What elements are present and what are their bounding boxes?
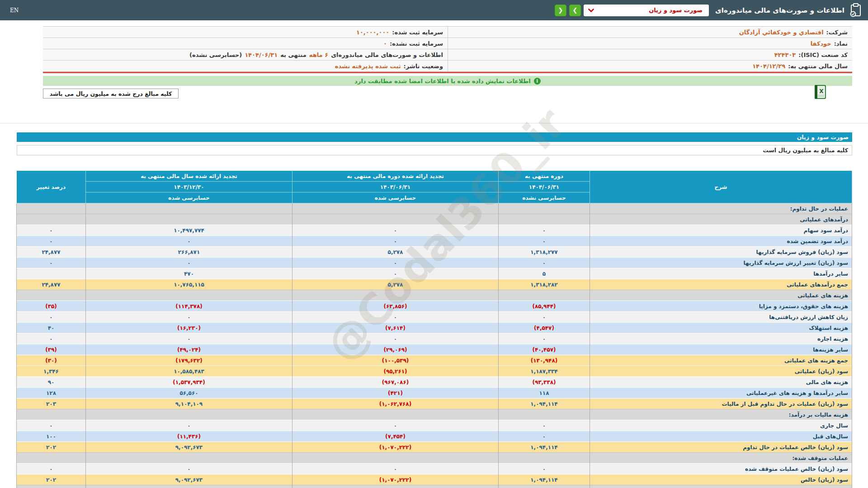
row-label: سود (زیان) تغییر ارزش سرمایه گذاریها (590, 258, 852, 268)
row-label: هزینه های حقوق، دستمزد و مزایا (590, 301, 852, 312)
row-label: درآمد سود تضمین شده (590, 236, 852, 247)
info-label: منتهی به (280, 52, 307, 58)
info-value: ۱۴۰۴/۰۶/۳۱ (245, 52, 278, 58)
chevron-down-icon (588, 6, 594, 14)
cell-value: ۰ (292, 268, 499, 279)
table-header: شرح دوره منتهی به تجدید ارائه شده دوره م… (17, 171, 852, 203)
cell-value: ۲۰۲ (17, 474, 86, 485)
cell-value (499, 214, 590, 225)
row-label: جمع درآمدهای عملیاتی (590, 279, 852, 290)
row-label: زیان کاهش ارزش دریافتنی‌ها (590, 312, 852, 323)
cell-value: ۰ (499, 225, 590, 236)
cell-value: ۱,۰۹۴,۱۱۴ (499, 442, 590, 453)
header-restated-period-title: تجدید ارائه شده دوره مالی منتهی به (292, 171, 499, 182)
header-restated-period-date: ۱۴۰۳/۰۶/۳۱ (292, 182, 499, 192)
cell-value (499, 203, 590, 214)
excel-export-icon[interactable]: X (814, 84, 827, 100)
cell-value: ۲۴,۸۷۷ (17, 279, 86, 290)
table-row: سایر درآمدها و هزینه های غیرعملیاتی۱۱۸(۴… (17, 388, 852, 399)
cell-value: (۱۰۰,۵۳۹) (292, 355, 499, 366)
header-desc: شرح (590, 171, 852, 203)
company-info-cell: سرمایه ثبت نشده:۰ (43, 38, 448, 49)
cell-value: (۲۹,۰۶۹) (292, 344, 499, 355)
company-info-cell: سرمایه ثبت شده:۱۰,۰۰۰,۰۰۰ (43, 27, 448, 38)
cell-value: ۰ (499, 258, 590, 268)
cell-value: (۴۲۱) (292, 388, 499, 399)
cell-value: (۷,۶۱۴) (292, 323, 499, 333)
cell-value: ۰ (292, 236, 499, 247)
info-value: ۱۰,۰۰۰,۰۰۰ (356, 29, 389, 36)
row-label: سایر هزینه‌ها (590, 344, 852, 355)
table-row: درآمد سود سهام۰۰۱۰,۴۹۷,۷۷۴۰ (17, 225, 852, 236)
cell-value: (۳۰) (17, 355, 86, 366)
cell-value: ۰ (17, 225, 86, 236)
header-pct: درصد تغییر (17, 171, 86, 203)
cell-value: (۱,۰۷۰,۲۲۲) (292, 474, 499, 485)
cell-value: ۱,۳۱۸,۲۷۷ (499, 247, 590, 258)
table-row: سود (زیان) خالص عملیات متوقف شده۰۰۰۰ (17, 464, 852, 474)
statement-dropdown[interactable]: صورت سود و زیان (584, 5, 709, 16)
nav-prev-button[interactable]: ❮ (555, 5, 566, 16)
row-label: جمع هزینه های عملیاتی (590, 355, 852, 366)
table-row: سود (زیان) خالص۱,۰۹۴,۱۱۴(۱,۰۷۰,۲۲۲)۹,۰۹۲… (17, 474, 852, 485)
cell-value (17, 485, 86, 488)
cell-value: ۹,۱۰۴,۱۰۹ (86, 399, 292, 409)
cell-value: ۰ (17, 312, 86, 323)
cell-value (17, 268, 86, 279)
info-value: اقتصادي و خودکفائي آزادگان (739, 29, 824, 36)
section-row: عملیات در حال تداوم: (17, 203, 852, 214)
cell-value: ۰ (86, 258, 292, 268)
section-divider (0, 123, 868, 123)
cell-value: ۱۰,۷۶۵,۱۱۵ (86, 279, 292, 290)
cell-value (86, 409, 292, 420)
cell-value: ۰ (17, 333, 86, 344)
table-row: هزینه اجاره۰۰۰۰ (17, 333, 852, 344)
table-row: جمع درآمدهای عملیاتی۱,۳۱۸,۲۸۲۵,۲۷۸۱۰,۷۶۵… (17, 279, 852, 290)
cell-value: (۴,۵۴۷) (499, 323, 590, 333)
row-label: هزینه های عملیاتی (590, 290, 852, 301)
cell-value: ۰ (86, 333, 292, 344)
header-current-date: ۱۴۰۴/۰۶/۳۱ (499, 182, 590, 192)
table-row: هزینه استهلاک(۴,۵۴۷)(۷,۶۱۴)(۱۶,۲۳۰)۴۰ (17, 323, 852, 333)
cell-value (17, 203, 86, 214)
table-row: جمع هزینه های عملیاتی(۱۳۰,۹۴۸)(۱۰۰,۵۳۹)(… (17, 355, 852, 366)
cell-value: ۱,۳۴۶ (17, 366, 86, 377)
cell-value (86, 453, 292, 464)
cell-value: ۲۴,۸۷۷ (17, 247, 86, 258)
row-label: عملیات در حال تداوم: (590, 203, 852, 214)
cell-value: ۰ (17, 420, 86, 431)
cell-value: ۰ (499, 464, 590, 474)
cell-value: ۹۰ (17, 377, 86, 388)
cell-value: ۰ (292, 464, 499, 474)
row-label: هزینه اجاره (590, 333, 852, 344)
income-statement-table: شرح دوره منتهی به تجدید ارائه شده دوره م… (16, 170, 852, 488)
section-row: سود (زیان) پایه هر سهم (17, 485, 852, 488)
cell-value: ۰ (86, 236, 292, 247)
cell-value: ۰ (499, 420, 590, 431)
cell-value: (۹۶۷,۰۸۶) (292, 377, 499, 388)
company-info-cell: نماد:خودکفا (448, 38, 852, 49)
cell-value (17, 214, 86, 225)
cell-value: ۱۰,۴۹۷,۷۷۴ (86, 225, 292, 236)
cell-value (86, 203, 292, 214)
nav-next-button[interactable]: ❯ (569, 5, 581, 16)
cell-value (292, 290, 499, 301)
cell-value: (۱,۰۶۲,۷۶۸) (292, 399, 499, 409)
cell-value: ۱۲۸ (17, 388, 86, 399)
row-label: سود (زیان) خالص عملیات در حال تداوم (590, 442, 852, 453)
cell-value: (۱۳۰,۹۴۸) (499, 355, 590, 366)
cell-value (86, 290, 292, 301)
cell-value: ۲۰۳ (17, 399, 86, 409)
company-info-cell: شرکت:اقتصادي و خودکفائي آزادگان (448, 27, 852, 38)
table-row: سود (زیان) عملیات در حال تداوم قبل از ما… (17, 399, 852, 409)
info-icon: i (534, 78, 541, 84)
table-row: هزینه های مالی(۹۳,۳۳۸)(۹۶۷,۰۸۶)(۱,۵۳۷,۹۳… (17, 377, 852, 388)
language-toggle[interactable]: EN (10, 7, 19, 14)
info-value: ۶ ماهه (309, 52, 328, 58)
cell-value: ۰ (292, 333, 499, 344)
cell-value: ۰ (499, 333, 590, 344)
company-info-cell: کد صنعت (ISIC):۴۲۴۳۰۳ (448, 49, 852, 61)
cell-value: ۱۰,۵۸۵,۴۸۳ (86, 366, 292, 377)
cell-value (499, 290, 590, 301)
info-value: خودکفا (811, 40, 831, 47)
